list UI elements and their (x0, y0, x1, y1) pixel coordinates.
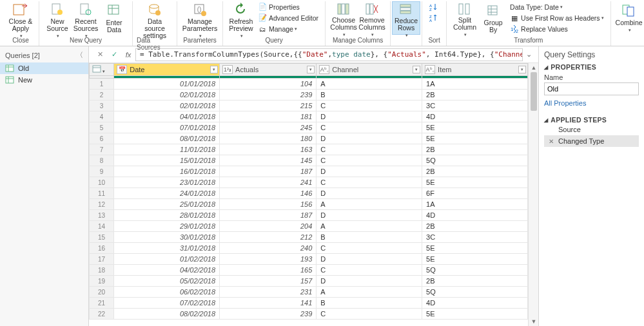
column-header-channel[interactable]: Aᵇ꜀Channel▾ (317, 64, 422, 76)
manage-button[interactable]: 🗂Manage▾ (255, 23, 321, 34)
first-row-headers-button[interactable]: ▦Use First Row as Headers▾ (507, 12, 607, 23)
properties-button[interactable]: 📄Properties (255, 1, 321, 12)
cell-date[interactable]: 16/01/2018 (114, 166, 220, 177)
cell-date[interactable]: 05/02/2018 (114, 276, 220, 287)
refresh-preview-button[interactable]: Refresh Preview▾ (227, 1, 255, 35)
cell-date[interactable]: 08/01/2018 (114, 133, 220, 144)
cell-date[interactable]: 04/02/2018 (114, 265, 220, 276)
cell-channel[interactable]: A (317, 221, 422, 232)
column-header-actuals[interactable]: 1²₃Actuals▾ (220, 64, 317, 76)
cell-date[interactable]: 07/02/2018 (114, 298, 220, 309)
combine-button[interactable]: Combine▾ (615, 1, 643, 35)
table-row[interactable]: 2006/02/2018231A5Q (90, 287, 528, 298)
column-menu-icon[interactable]: ▾ (307, 66, 315, 73)
table-row[interactable]: 1328/01/2018187D4D (90, 210, 528, 221)
cell-date[interactable]: 24/01/2018 (114, 188, 220, 199)
applied-step-changed-type[interactable]: ✕Changed Type (544, 135, 639, 147)
cell-actuals[interactable]: 141 (220, 298, 317, 309)
cell-date[interactable]: 01/01/2018 (114, 79, 220, 90)
cell-actuals[interactable]: 239 (220, 309, 317, 320)
query-name-input[interactable] (544, 82, 639, 95)
cell-channel[interactable]: D (317, 111, 422, 122)
applied-step-source[interactable]: Source (544, 124, 639, 135)
table-row[interactable]: 1631/01/2018240C5E (90, 243, 528, 254)
cell-date[interactable]: 31/01/2018 (114, 243, 220, 254)
cell-item[interactable]: 5Q (422, 265, 528, 276)
table-row[interactable]: 202/01/2018239B2B (90, 90, 528, 101)
table-row[interactable]: 302/01/2018215C3C (90, 101, 528, 111)
corner-header[interactable]: ▾ (90, 64, 114, 76)
table-row[interactable]: 916/01/2018187D2B (90, 166, 528, 177)
cell-item[interactable]: 5E (422, 309, 528, 320)
cell-actuals[interactable]: 241 (220, 177, 317, 188)
cell-date[interactable]: 15/01/2018 (114, 155, 220, 166)
properties-section-header[interactable]: ◢PROPERTIES (544, 63, 639, 71)
table-row[interactable]: 1905/02/2018157D2B (90, 276, 528, 287)
cell-actuals[interactable]: 215 (220, 101, 317, 111)
cell-actuals[interactable]: 181 (220, 111, 317, 122)
cell-actuals[interactable]: 231 (220, 287, 317, 298)
cell-item[interactable]: 4D (422, 210, 528, 221)
cell-channel[interactable]: C (317, 155, 422, 166)
type-icon[interactable]: Aᵇ꜀ (319, 65, 329, 74)
cell-channel[interactable]: C (317, 177, 422, 188)
table-row[interactable]: 2208/02/2018239C5E (90, 309, 528, 320)
cell-actuals[interactable]: 146 (220, 188, 317, 199)
cell-actuals[interactable]: 104 (220, 79, 317, 90)
cell-channel[interactable]: D (317, 188, 422, 199)
cell-date[interactable]: 30/01/2018 (114, 232, 220, 243)
table-row[interactable]: 608/01/2018180D5E (90, 133, 528, 144)
cell-date[interactable]: 07/01/2018 (114, 122, 220, 133)
collapse-icon[interactable]: 〈 (76, 50, 83, 60)
cell-channel[interactable]: C (317, 309, 422, 320)
group-by-button[interactable]: Group By (479, 1, 507, 35)
scroll-down-icon[interactable]: ▼ (529, 317, 538, 326)
sort-desc-button[interactable]: ZA (426, 12, 442, 23)
cell-date[interactable]: 04/01/2018 (114, 111, 220, 122)
cell-channel[interactable]: D (317, 254, 422, 265)
cell-actuals[interactable]: 240 (220, 243, 317, 254)
cell-item[interactable]: 4D (422, 111, 528, 122)
cell-actuals[interactable]: 163 (220, 144, 317, 155)
cell-actuals[interactable]: 245 (220, 122, 317, 133)
cell-item[interactable]: 4D (422, 298, 528, 309)
cell-item[interactable]: 5E (422, 177, 528, 188)
type-icon[interactable]: 1²₃ (222, 65, 233, 74)
cell-channel[interactable]: A (317, 287, 422, 298)
cell-item[interactable]: 3C (422, 232, 528, 243)
cell-date[interactable]: 25/01/2018 (114, 199, 220, 210)
cell-channel[interactable]: C (317, 122, 422, 133)
sort-asc-button[interactable]: AZ (426, 1, 442, 12)
table-row[interactable]: 101/01/2018104A1A (90, 79, 528, 90)
column-menu-icon[interactable]: ▾ (518, 66, 526, 73)
reduce-rows-button[interactable]: Reduce Rows▾ (392, 1, 420, 35)
table-row[interactable]: 1023/01/2018241C5E (90, 177, 528, 188)
expand-formula-button[interactable]: ⌄ (523, 50, 534, 59)
manage-parameters-button[interactable]: () Manage Parameters▾ (181, 1, 219, 35)
table-row[interactable]: 1124/01/2018146D6F (90, 188, 528, 199)
cell-actuals[interactable]: 193 (220, 254, 317, 265)
data-type-button[interactable]: Data Type: Date▾ (507, 1, 607, 12)
cell-actuals[interactable]: 165 (220, 265, 317, 276)
enter-data-button[interactable]: Enter Data (100, 1, 128, 35)
cell-date[interactable]: 02/01/2018 (114, 90, 220, 101)
cell-channel[interactable]: B (317, 298, 422, 309)
data-source-settings-button[interactable]: Data source settings (137, 1, 173, 35)
data-grid[interactable]: ▾📅Date▾1²₃Actuals▾Aᵇ꜀Channel▾Aᵇ꜀Item▾101… (89, 63, 528, 326)
cell-actuals[interactable]: 239 (220, 90, 317, 101)
cell-channel[interactable]: A (317, 199, 422, 210)
cell-item[interactable]: 2B (422, 276, 528, 287)
cell-item[interactable]: 1A (422, 199, 528, 210)
cell-actuals[interactable]: 145 (220, 155, 317, 166)
cell-item[interactable]: 5Q (422, 287, 528, 298)
cell-actuals[interactable]: 187 (220, 166, 317, 177)
cell-actuals[interactable]: 212 (220, 232, 317, 243)
table-menu-icon[interactable] (92, 66, 101, 74)
type-icon[interactable]: 📅 (117, 65, 127, 74)
new-source-button[interactable]: New Source▾ (43, 1, 72, 35)
cell-item[interactable]: 2B (422, 144, 528, 155)
cell-item[interactable]: 1A (422, 79, 528, 90)
cell-date[interactable]: 23/01/2018 (114, 177, 220, 188)
cell-channel[interactable]: D (317, 166, 422, 177)
cell-item[interactable]: 2B (422, 166, 528, 177)
